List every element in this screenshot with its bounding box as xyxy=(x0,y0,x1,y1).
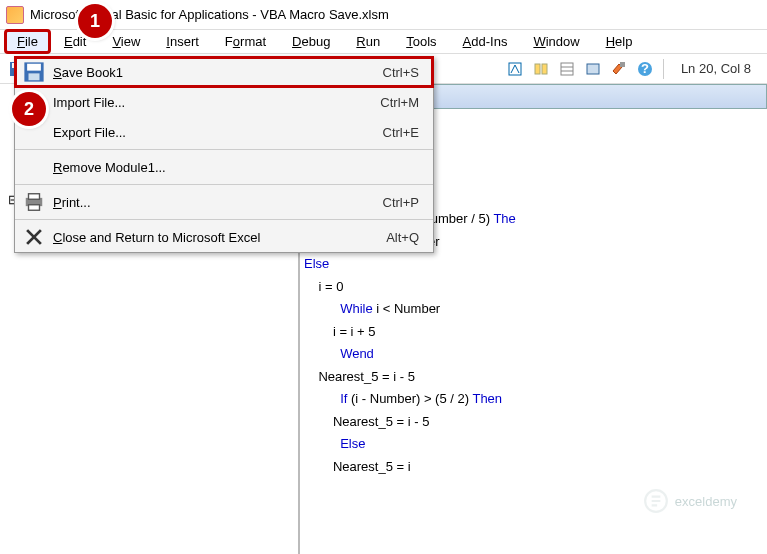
callout-1: 1 xyxy=(78,4,112,38)
close-icon xyxy=(23,226,45,248)
menu-window[interactable]: Window xyxy=(520,29,592,54)
menu-item-label: Remove Module1... xyxy=(45,160,419,175)
menu-file[interactable]: File xyxy=(4,29,51,54)
callout-2: 2 xyxy=(12,92,46,126)
svg-rect-4 xyxy=(29,194,40,200)
svg-rect-16 xyxy=(587,64,599,74)
title-bar: Microsoft Visual Basic for Applications … xyxy=(0,0,767,30)
print-icon xyxy=(23,191,45,213)
menu-item-label: Close and Return to Microsoft Excel xyxy=(45,230,386,245)
menu-separator xyxy=(15,219,433,220)
cursor-position: Ln 20, Col 8 xyxy=(671,61,761,76)
project-button[interactable] xyxy=(530,58,552,80)
menu-addins[interactable]: Add-Ins xyxy=(450,29,521,54)
svg-rect-1 xyxy=(27,64,41,71)
file-menu-dropdown: Save Book1 Ctrl+S Import File... Ctrl+M … xyxy=(14,56,434,253)
menu-debug[interactable]: Debug xyxy=(279,29,343,54)
svg-rect-12 xyxy=(542,64,547,74)
menu-item-shortcut: Ctrl+E xyxy=(383,125,425,140)
menu-bar: File Edit View Insert Format Debug Run T… xyxy=(0,30,767,54)
menu-item-label: Print... xyxy=(45,195,383,210)
svg-rect-5 xyxy=(29,205,40,211)
menu-item-print[interactable]: Print... Ctrl+P xyxy=(15,187,433,217)
app-icon xyxy=(6,6,24,24)
menu-separator xyxy=(15,149,433,150)
toolbox-button[interactable] xyxy=(608,58,630,80)
menu-item-import[interactable]: Import File... Ctrl+M xyxy=(15,87,433,117)
svg-rect-17 xyxy=(620,62,625,67)
menu-separator xyxy=(15,184,433,185)
menu-item-label: Export File... xyxy=(45,125,383,140)
svg-rect-11 xyxy=(535,64,540,74)
menu-item-shortcut: Ctrl+S xyxy=(383,65,425,80)
menu-item-close[interactable]: Close and Return to Microsoft Excel Alt+… xyxy=(15,222,433,252)
help-button[interactable]: ? xyxy=(634,58,656,80)
save-icon xyxy=(23,61,45,83)
menu-item-save[interactable]: Save Book1 Ctrl+S xyxy=(15,57,433,87)
svg-rect-2 xyxy=(29,73,40,80)
menu-item-shortcut: Ctrl+M xyxy=(380,95,425,110)
menu-insert[interactable]: Insert xyxy=(153,29,212,54)
svg-text:?: ? xyxy=(641,61,649,76)
menu-item-shortcut: Alt+Q xyxy=(386,230,425,245)
menu-tools[interactable]: Tools xyxy=(393,29,449,54)
svg-rect-13 xyxy=(561,63,573,75)
menu-run[interactable]: Run xyxy=(343,29,393,54)
menu-item-remove[interactable]: Remove Module1... xyxy=(15,152,433,182)
menu-help[interactable]: Help xyxy=(593,29,646,54)
menu-item-export[interactable]: Export File... Ctrl+E xyxy=(15,117,433,147)
properties-button[interactable] xyxy=(556,58,578,80)
menu-format[interactable]: Format xyxy=(212,29,279,54)
object-browser-button[interactable] xyxy=(582,58,604,80)
design-button[interactable] xyxy=(504,58,526,80)
menu-item-label: Save Book1 xyxy=(45,65,383,80)
menu-item-shortcut: Ctrl+P xyxy=(383,195,425,210)
menu-view[interactable]: View xyxy=(99,29,153,54)
menu-item-label: Import File... xyxy=(45,95,380,110)
